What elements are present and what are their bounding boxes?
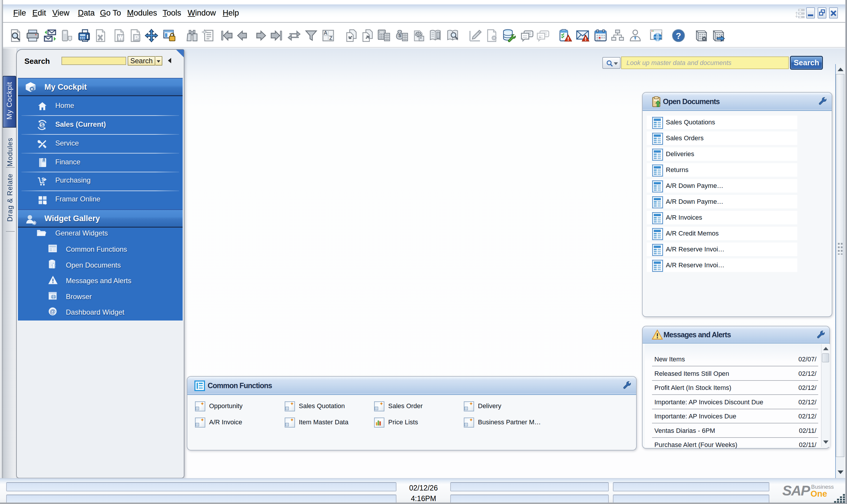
svg-text:@: @ xyxy=(50,308,55,314)
svg-text:$: $ xyxy=(41,122,44,128)
svg-text:❋: ❋ xyxy=(43,201,47,205)
